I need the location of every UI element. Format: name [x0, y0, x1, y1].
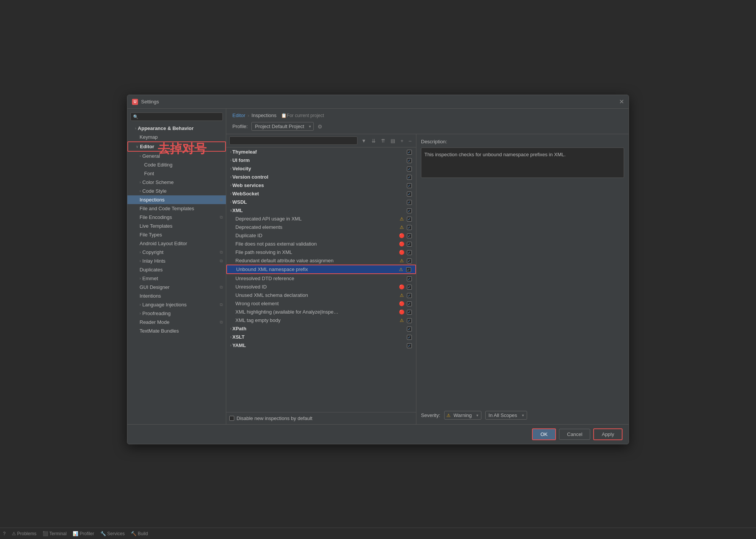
inspection-row-wsdl[interactable]: ›WSDL	[226, 198, 416, 206]
sidebar-item-duplicates[interactable]: Duplicates	[127, 265, 226, 274]
insp-checkbox-wsdl[interactable]	[407, 200, 412, 205]
inspection-row-velocity[interactable]: ›Velocity	[226, 164, 416, 173]
sidebar-item-editor[interactable]: ∨Editor	[127, 141, 226, 152]
insp-checkbox-ui-form[interactable]	[407, 158, 412, 163]
breadcrumb-editor[interactable]: Editor	[232, 113, 245, 118]
sidebar-item-inlay-hints[interactable]: ›Inlay Hints⧉	[127, 257, 226, 265]
inspection-row-xml[interactable]: ∨XML	[226, 206, 416, 214]
insp-checkbox-deprecated-api-xml[interactable]	[407, 217, 412, 222]
inspection-row-file-path-resolving[interactable]: File path resolving in XML🔴	[226, 248, 416, 256]
insp-checkbox-unresolved-id[interactable]	[407, 285, 412, 290]
sidebar-item-code-style[interactable]: ›Code Style	[127, 187, 226, 195]
sidebar-item-file-encodings[interactable]: File Encodings⧉	[127, 213, 226, 222]
disable-new-inspections-checkbox[interactable]	[229, 416, 234, 421]
sidebar-item-inspections[interactable]: Inspections⧉	[127, 195, 226, 204]
taskbar-build[interactable]: 🔨 Build	[131, 531, 148, 536]
sidebar-item-language-injections[interactable]: ›Language Injections⧉	[127, 300, 226, 309]
insp-checkbox-duplicate-id[interactable]	[407, 233, 412, 238]
inspection-row-xslt[interactable]: ›XSLT	[226, 333, 416, 341]
severity-select-wrap[interactable]: ⚠ Warning Error Info	[444, 411, 481, 420]
add-button[interactable]: +	[399, 137, 405, 144]
sidebar-item-appearance[interactable]: ›Appearance & Behavior	[127, 124, 226, 133]
inspection-row-unresolved-id[interactable]: Unresolved ID🔴	[226, 282, 416, 291]
insp-checkbox-xpath[interactable]	[407, 327, 412, 331]
gear-button[interactable]: ⚙	[318, 124, 322, 130]
sidebar-item-font[interactable]: Font	[127, 169, 226, 178]
taskbar-services[interactable]: 🔧 Services	[100, 531, 125, 536]
inspection-row-xpath[interactable]: ›XPath	[226, 324, 416, 333]
inspection-row-file-not-pass[interactable]: File does not pass external validation🔴	[226, 239, 416, 248]
profile-select-wrap[interactable]: Project Default Project	[251, 122, 314, 131]
insp-checkbox-yaml[interactable]	[407, 343, 412, 348]
sidebar-item-live-templates[interactable]: Live Templates	[127, 222, 226, 230]
insp-checkbox-xml-tag-empty[interactable]	[407, 318, 412, 323]
filter-button[interactable]: ▼	[360, 137, 368, 144]
insp-checkbox-file-path-resolving[interactable]	[407, 250, 412, 255]
insp-checkbox-redundant-default[interactable]	[407, 258, 412, 263]
sidebar-search[interactable]: 🔍	[130, 113, 223, 121]
insp-checkbox-file-not-pass[interactable]	[407, 242, 412, 247]
sidebar-item-copyright[interactable]: ›Copyright⧉	[127, 248, 226, 257]
inspection-row-ui-form[interactable]: ›UI form	[226, 156, 416, 164]
inspection-row-yaml[interactable]: ›YAML	[226, 341, 416, 349]
taskbar-terminal[interactable]: ⬛ Terminal	[43, 531, 67, 536]
inspection-row-unused-xml-schema[interactable]: Unused XML schema declaration⚠	[226, 291, 416, 299]
sidebar-item-file-code-templates[interactable]: File and Code Templates	[127, 204, 226, 213]
insp-checkbox-deprecated-elements[interactable]	[407, 225, 412, 230]
close-button[interactable]: ✕	[619, 98, 624, 105]
inspection-row-redundant-default[interactable]: Redundant default attribute value assign…	[226, 256, 416, 265]
sidebar-item-proofreading[interactable]: ›Proofreading	[127, 309, 226, 318]
insp-checkbox-version-control[interactable]	[407, 175, 412, 180]
profile-select[interactable]: Project Default Project	[251, 122, 314, 131]
taskbar-help[interactable]: ?	[3, 531, 6, 536]
sidebar-item-reader-mode[interactable]: Reader Mode⧉	[127, 318, 226, 327]
sidebar-item-emmet[interactable]: ›Emmet	[127, 274, 226, 283]
expand-all-button[interactable]: ⇊	[370, 137, 377, 144]
sidebar-item-textmate-bundles[interactable]: TextMate Bundles	[127, 327, 226, 335]
insp-checkbox-web-services[interactable]	[407, 183, 412, 188]
severity-select[interactable]: Warning Error Info	[444, 411, 481, 420]
insp-checkbox-velocity[interactable]	[407, 166, 412, 171]
sidebar-item-android-layout-editor[interactable]: Android Layout Editor	[127, 239, 226, 248]
inspection-row-thymeleaf[interactable]: ›Thymeleaf	[226, 147, 416, 156]
sidebar-item-code-editing[interactable]: Code Editing	[127, 160, 226, 169]
scope-select-wrap[interactable]: In All Scopes	[485, 411, 527, 420]
insp-checkbox-thymeleaf[interactable]	[407, 150, 412, 155]
sidebar-item-file-types[interactable]: File Types	[127, 230, 226, 239]
insp-checkbox-unbound-xml-ns[interactable]	[406, 267, 411, 272]
remove-button[interactable]: –	[407, 137, 413, 144]
scope-select[interactable]: In All Scopes	[485, 411, 527, 420]
insp-checkbox-xml-highlighting[interactable]	[407, 310, 412, 315]
inspection-row-unresolved-dtd[interactable]: Unresolved DTD reference	[226, 274, 416, 282]
inspection-row-deprecated-elements[interactable]: Deprecated elements⚠	[226, 223, 416, 231]
sidebar-item-intentions[interactable]: Intentions	[127, 292, 226, 300]
inspection-row-unbound-xml-ns[interactable]: Unbound XML namespace prefix⚠	[226, 265, 416, 274]
layout-button[interactable]: ▤	[389, 137, 397, 144]
inspection-row-xml-tag-empty[interactable]: XML tag empty body⚠	[226, 316, 416, 324]
sidebar-item-general[interactable]: ›General	[127, 152, 226, 160]
inspection-row-deprecated-api-xml[interactable]: Deprecated API usage in XML⚠	[226, 214, 416, 223]
inspection-row-web-services[interactable]: ›Web services	[226, 181, 416, 189]
collapse-all-button[interactable]: ⇈	[380, 137, 387, 144]
sidebar-search-input[interactable]	[140, 114, 220, 119]
insp-checkbox-xml[interactable]	[407, 208, 412, 213]
taskbar-problems[interactable]: ⚠ Problems	[12, 531, 37, 536]
inspection-search-input[interactable]	[229, 136, 357, 145]
inspection-row-xml-highlighting[interactable]: XML highlighting (available for Analyze|…	[226, 308, 416, 316]
insp-checkbox-unresolved-dtd[interactable]	[407, 276, 412, 281]
insp-checkbox-websocket[interactable]	[407, 192, 412, 197]
ok-button[interactable]: OK	[532, 428, 556, 440]
apply-button[interactable]: Apply	[593, 428, 623, 440]
inspection-row-duplicate-id[interactable]: Duplicate ID🔴	[226, 231, 416, 239]
sidebar-item-keymap[interactable]: Keymap	[127, 133, 226, 141]
sidebar-item-color-scheme[interactable]: ›Color Scheme	[127, 178, 226, 187]
insp-checkbox-unused-xml-schema[interactable]	[407, 293, 412, 298]
sidebar-item-gui-designer[interactable]: GUI Designer⧉	[127, 283, 226, 292]
cancel-button[interactable]: Cancel	[559, 429, 590, 440]
insp-checkbox-wrong-root[interactable]	[407, 301, 412, 306]
inspection-row-websocket[interactable]: ›WebSocket	[226, 189, 416, 198]
taskbar-profiler[interactable]: 📊 Profiler	[73, 531, 94, 536]
insp-checkbox-xslt[interactable]	[407, 335, 412, 340]
inspection-row-wrong-root[interactable]: Wrong root element🔴	[226, 299, 416, 308]
inspection-row-version-control[interactable]: ›Version control	[226, 173, 416, 181]
